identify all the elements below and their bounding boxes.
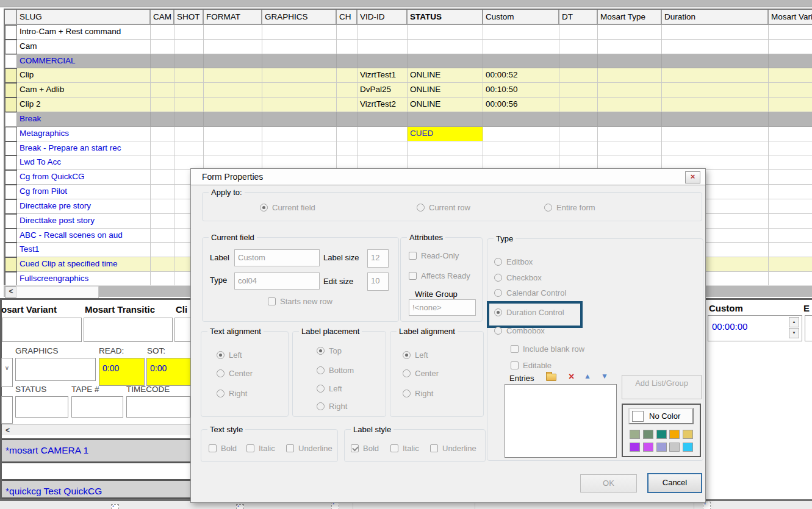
color-swatch[interactable] — [669, 443, 680, 452]
close-icon[interactable]: × — [685, 171, 700, 183]
column-header-dt[interactable]: DT — [559, 10, 598, 25]
new-folder-icon[interactable] — [546, 374, 556, 381]
checkbox-include-blank-row[interactable] — [511, 345, 519, 353]
graphics-field[interactable] — [15, 358, 96, 381]
row-selector[interactable] — [5, 185, 17, 199]
radio-option-center[interactable]: Center — [217, 369, 253, 378]
row-selector[interactable] — [5, 83, 17, 98]
radio-right[interactable] — [317, 402, 325, 410]
column-header-mosart-vari[interactable]: Mosart Vari — [769, 10, 812, 25]
radio-option-editbox[interactable]: Editbox — [494, 257, 533, 266]
radio-right[interactable] — [217, 390, 225, 397]
status-stub-field[interactable] — [1, 396, 13, 424]
checkbox-option-include-blank-row[interactable]: Include blank row — [511, 344, 584, 354]
custom-duration-field[interactable]: 00:00:00 ▲ ▼ — [708, 315, 802, 341]
checkbox-option-starts-new-row[interactable]: Starts new row — [268, 297, 332, 306]
color-swatch[interactable] — [683, 443, 693, 452]
radio-current-row[interactable] — [417, 204, 425, 212]
row-selector[interactable] — [5, 141, 17, 156]
column-header-ch[interactable]: CH — [337, 10, 357, 25]
row-selector[interactable] — [5, 40, 17, 54]
radio-option-right[interactable]: Right — [217, 389, 247, 398]
mosart-transition-field[interactable] — [84, 318, 173, 342]
color-swatch[interactable] — [643, 443, 653, 452]
row-selector[interactable] — [5, 214, 17, 229]
scrollbar-thumb[interactable] — [16, 286, 99, 299]
duration-spinner[interactable]: ▲ ▼ — [789, 317, 799, 338]
radio-top[interactable] — [317, 347, 325, 355]
column-header-custom[interactable]: Custom — [483, 10, 559, 25]
table-row[interactable]: COMMERCIAL — [5, 54, 812, 69]
scroll-left-icon[interactable]: < — [5, 426, 10, 435]
read-field[interactable]: 0:00 — [99, 358, 145, 386]
add-list-group-button[interactable]: Add List/Group — [622, 375, 702, 399]
radio-entire-form[interactable] — [544, 204, 552, 212]
radio-option-right[interactable]: Right — [403, 389, 433, 398]
column-header-mosart-type[interactable]: Mosart Type — [598, 10, 662, 25]
row-selector[interactable] — [5, 272, 17, 285]
checkbox-affects-ready[interactable] — [409, 272, 417, 280]
radio-option-left[interactable]: Left — [317, 384, 342, 393]
radio-option-calendar-control[interactable]: Calendar Control — [494, 288, 566, 297]
column-header-selector[interactable] — [5, 10, 17, 25]
row-selector[interactable] — [5, 112, 17, 127]
row-selector[interactable] — [5, 25, 17, 40]
radio-bottom[interactable] — [317, 366, 325, 374]
row-selector[interactable] — [5, 127, 17, 141]
color-swatch[interactable] — [656, 430, 667, 439]
checkbox-option-underline[interactable]: Underline — [286, 444, 332, 453]
label-input[interactable]: Custom — [234, 249, 320, 266]
radio-option-left[interactable]: Left — [403, 351, 428, 360]
dialog-titlebar[interactable]: Form Properties × — [191, 169, 705, 185]
checkbox-starts-new-row[interactable] — [268, 297, 276, 305]
radio-option-top[interactable]: Top — [317, 346, 342, 355]
color-swatch[interactable] — [656, 443, 667, 452]
column-header-format[interactable]: FORMAT — [204, 10, 262, 25]
write-group-input[interactable]: !<none> — [409, 299, 476, 316]
radio-option-duration-control[interactable]: Duration Control — [494, 308, 564, 317]
radio-current-field[interactable] — [260, 204, 268, 212]
radio-option-checkbox[interactable]: Checkbox — [494, 273, 542, 282]
row-selector[interactable] — [5, 98, 17, 112]
ok-button[interactable]: OK — [580, 474, 637, 493]
checkbox-option-italic[interactable]: Italic — [390, 444, 419, 453]
row-selector[interactable] — [5, 155, 17, 170]
row-selector[interactable] — [5, 68, 17, 83]
checkbox-option-affects-ready[interactable]: Affects Ready — [409, 271, 470, 280]
table-row[interactable]: Clip 2VizrtTest2ONLINE00:00:56 — [5, 98, 812, 112]
radio-editbox[interactable] — [494, 258, 502, 266]
checkbox-italic[interactable] — [246, 444, 254, 452]
table-row[interactable]: Intro-Cam + Rest command — [5, 25, 812, 40]
column-header-shot[interactable]: SHOT — [174, 10, 204, 25]
radio-center[interactable] — [403, 369, 411, 377]
radio-option-combobox[interactable]: Combobox — [494, 326, 545, 335]
radio-left[interactable] — [317, 385, 325, 393]
checkbox-option-underline[interactable]: Underline — [430, 444, 476, 453]
checkbox-editable[interactable] — [511, 361, 519, 369]
checkbox-bold[interactable] — [209, 444, 217, 452]
next-field-partial[interactable] — [805, 315, 812, 341]
color-swatch[interactable] — [643, 430, 653, 439]
column-header-status[interactable]: STATUS — [408, 10, 483, 25]
radio-option-center[interactable]: Center — [403, 369, 439, 378]
move-down-icon[interactable]: ▼ — [601, 372, 608, 380]
radio-option-left[interactable]: Left — [217, 351, 242, 360]
row-selector[interactable] — [5, 54, 17, 69]
cancel-button[interactable]: Cancel — [647, 473, 702, 493]
delete-entry-icon[interactable]: × — [569, 372, 574, 381]
color-swatch[interactable] — [669, 430, 680, 439]
checkbox-bold[interactable] — [351, 444, 359, 452]
table-row[interactable]: Cam — [5, 40, 812, 54]
checkbox-option-bold[interactable]: Bold — [209, 444, 237, 453]
move-up-icon[interactable]: ▲ — [584, 372, 591, 380]
checkbox-underline[interactable] — [286, 444, 294, 452]
row-selector[interactable] — [5, 170, 17, 185]
radio-combobox[interactable] — [494, 327, 502, 335]
radio-duration-control[interactable] — [494, 308, 502, 316]
combo-chevron-icon[interactable]: ∨ — [1, 358, 13, 387]
column-header-cam[interactable]: CAM — [151, 10, 174, 25]
table-row[interactable]: Break - Prepare an start rec — [5, 141, 812, 156]
radio-checkbox[interactable] — [494, 274, 502, 282]
radio-option-current-row[interactable]: Current row — [417, 203, 470, 212]
mosart-variant-field[interactable] — [2, 318, 82, 342]
